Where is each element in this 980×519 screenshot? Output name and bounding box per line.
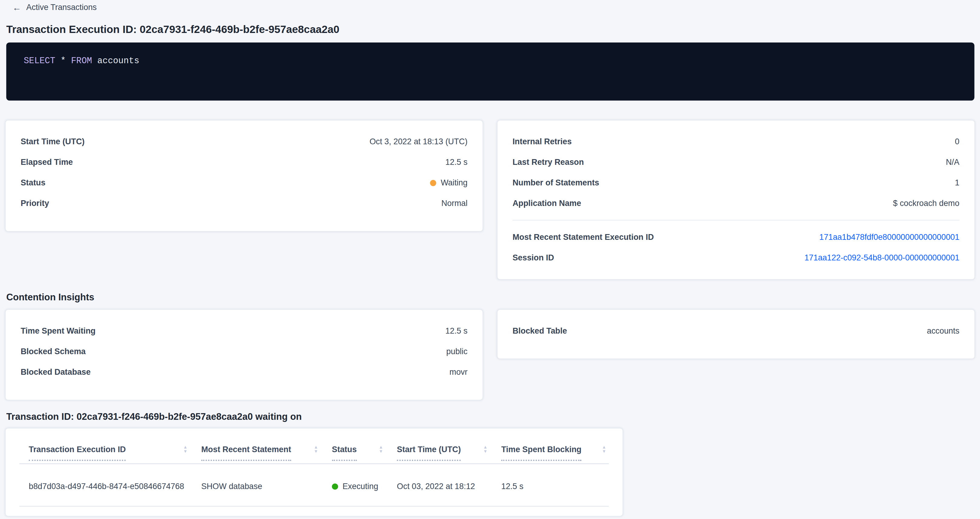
waiting-on-table: Transaction Execution ID ▲▼ Most Recent … [5,428,623,516]
sort-desc-icon: ▼ [314,449,318,452]
summary-value: 0 [955,135,959,148]
waiting-on-heading: Transaction ID: 02ca7931-f246-469b-b2fe-… [6,411,980,422]
sort-icon[interactable]: ▲▼ [314,445,318,452]
summary-row-start-time: Start Time (UTC) Oct 3, 2022 at 18:13 (U… [21,135,468,148]
sort-asc-icon: ▲ [314,445,318,448]
status-text: Waiting [441,176,468,189]
sql-star: * [56,56,71,65]
summary-value: Normal [441,197,468,210]
sort-icon[interactable]: ▲▼ [183,445,187,452]
sql-table-name: accounts [92,56,139,65]
summary-row-statement-execution-id: Most Recent Statement Execution ID 171aa… [512,231,959,243]
transaction-attributes-card: Internal Retries 0 Last Retry Reason N/A… [497,119,975,279]
summary-grid: Start Time (UTC) Oct 3, 2022 at 18:13 (U… [5,119,975,279]
summary-label: Blocked Database [21,366,91,378]
summary-row-number-of-statements: Number of Statements 1 [512,176,959,189]
sort-desc-icon: ▼ [483,449,487,452]
cell-start-time: Oct 03, 2022 at 18:12 [397,481,501,492]
summary-label: Number of Statements [512,176,599,189]
contention-row-blocked-table: Blocked Table accounts [512,325,959,337]
summary-label: Last Retry Reason [512,156,584,168]
summary-label: Start Time (UTC) [21,135,84,148]
summary-label: Application Name [512,197,581,210]
contention-details-card: Time Spent Waiting 12.5 s Blocked Schema… [5,309,483,400]
column-header-label: Start Time (UTC) [397,444,461,460]
summary-label: Status [21,176,45,189]
sql-statement-box: SELECT * FROM accounts [6,42,975,100]
column-header-start-time[interactable]: Start Time (UTC) ▲▼ [397,444,501,463]
summary-value: public [446,345,468,357]
sort-desc-icon: ▼ [183,449,187,452]
summary-row-last-retry-reason: Last Retry Reason N/A [512,156,959,168]
contention-row-time-spent-waiting: Time Spent Waiting 12.5 s [21,325,468,337]
column-header-label: Most Recent Statement [201,444,291,460]
column-header-transaction-execution-id[interactable]: Transaction Execution ID ▲▼ [29,444,201,463]
sort-icon[interactable]: ▲▼ [602,445,606,452]
summary-label: Priority [21,197,49,210]
summary-value: N/A [946,156,959,168]
table-row: b8d7d03a-d497-446b-8474-e50846674768 SHO… [19,463,609,506]
summary-value: movr [449,366,468,378]
executing-status-dot-icon [332,483,338,489]
cell-transaction-execution-id: b8d7d03a-d497-446b-8474-e50846674768 [29,481,201,492]
summary-value: 12.5 s [445,325,468,337]
transaction-times-card: Start Time (UTC) Oct 3, 2022 at 18:13 (U… [5,119,483,232]
sql-keyword-select: SELECT [24,56,55,65]
sql-keyword-from: FROM [71,56,92,65]
column-header-label: Time Spent Blocking [501,444,581,460]
cell-status: Executing [332,481,397,492]
contention-insights-heading: Contention Insights [6,291,980,302]
sort-icon[interactable]: ▲▼ [483,445,487,452]
contention-row-blocked-database: Blocked Database movr [21,366,468,378]
statement-execution-id-link[interactable]: 171aa1b478fdf0e80000000000000001 [819,231,959,243]
sort-desc-icon: ▼ [379,449,383,452]
summary-value: 12.5 s [445,156,468,168]
summary-label: Blocked Table [512,325,567,337]
summary-row-priority: Priority Normal [21,197,468,210]
column-header-label: Transaction Execution ID [29,444,126,460]
summary-row-elapsed-time: Elapsed Time 12.5 s [21,156,468,168]
sort-asc-icon: ▲ [379,445,383,448]
blocked-table-card: Blocked Table accounts [497,309,975,359]
table-header-row: Transaction Execution ID ▲▼ Most Recent … [19,428,609,464]
contention-grid: Time Spent Waiting 12.5 s Blocked Schema… [5,309,975,400]
summary-value: $ cockroach demo [893,197,959,210]
column-header-most-recent-statement[interactable]: Most Recent Statement ▲▼ [201,444,332,463]
summary-label: Session ID [512,251,554,264]
status-value: Waiting [430,176,468,189]
column-header-status[interactable]: Status ▲▼ [332,444,397,463]
waiting-status-dot-icon [430,179,436,186]
summary-value: 1 [955,176,959,189]
transaction-details-page: ← Active Transactions Transaction Execut… [0,0,980,519]
sort-desc-icon: ▼ [602,449,606,452]
column-header-label: Status [332,444,357,460]
session-id-link[interactable]: 171aa122-c092-54b8-0000-000000000001 [805,251,959,264]
sort-asc-icon: ▲ [602,445,606,448]
column-header-time-spent-blocking[interactable]: Time Spent Blocking ▲▼ [501,444,609,463]
summary-row-internal-retries: Internal Retries 0 [512,135,959,148]
sort-asc-icon: ▲ [183,445,187,448]
sort-icon[interactable]: ▲▼ [379,445,383,452]
cell-most-recent-statement: SHOW database [201,481,332,492]
summary-label: Elapsed Time [21,156,73,168]
back-arrow-icon: ← [13,3,21,11]
summary-label: Blocked Schema [21,345,86,357]
cell-time-spent-blocking: 12.5 s [501,481,609,492]
back-link-label: Active Transactions [26,2,97,12]
summary-value: Oct 3, 2022 at 18:13 (UTC) [369,135,468,148]
summary-row-status: Status Waiting [21,176,468,189]
summary-label: Most Recent Statement Execution ID [512,231,654,243]
summary-label: Internal Retries [512,135,571,148]
summary-value: accounts [927,325,959,337]
status-text: Executing [343,481,378,492]
sort-asc-icon: ▲ [483,445,487,448]
back-link-active-transactions[interactable]: ← Active Transactions [13,2,97,12]
card-divider [512,220,959,220]
summary-label: Time Spent Waiting [21,325,95,337]
page-title: Transaction Execution ID: 02ca7931-f246-… [6,23,980,36]
contention-row-blocked-schema: Blocked Schema public [21,345,468,357]
summary-row-session-id: Session ID 171aa122-c092-54b8-0000-00000… [512,251,959,264]
summary-row-application-name: Application Name $ cockroach demo [512,197,959,210]
